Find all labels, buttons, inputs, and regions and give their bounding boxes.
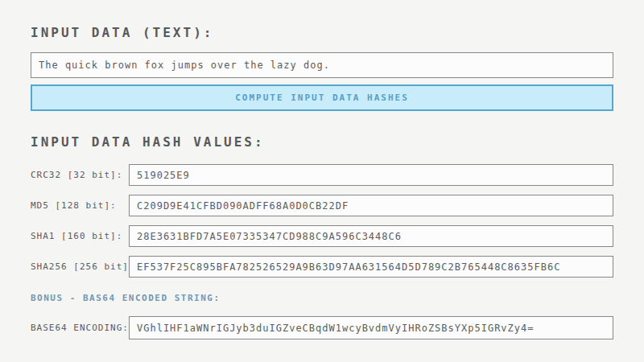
sha1-value: 28E3631BFD7A5E07335347CD988C9A596C3448C6	[137, 231, 402, 242]
sha256-value: EF537F25C895BFA782526529A9B63D97AA631564…	[137, 261, 560, 273]
hash-row-crc32: CRC32 [32 bit]: 519025E9	[31, 164, 613, 186]
md5-value: C209D9E41CFBD090ADFF68A0D0CB22DF	[137, 200, 349, 212]
crc32-value: 519025E9	[137, 170, 190, 181]
bonus-base64-title: BONUS - BAS64 ENCODED STRING:	[31, 293, 613, 303]
base64-row: BASE64 ENCODING: VGhlIHF1aWNrIGJyb3duIGZ…	[31, 316, 613, 339]
base64-value-field[interactable]: VGhlIHF1aWNrIGJyb3duIGZveCBqdW1wcyBvdmVy…	[129, 316, 613, 339]
input-data-field[interactable]: The quick brown fox jumps over the lazy …	[31, 52, 613, 78]
base64-value: VGhlIHF1aWNrIGJyb3duIGZveCBqdW1wcyBvdmVy…	[137, 323, 534, 334]
hash-row-md5: MD5 [128 bit]: C209D9E41CFBD090ADFF68A0D…	[31, 195, 613, 216]
sha1-label: SHA1 [160 bit]:	[31, 231, 129, 241]
base64-label: BASE64 ENCODING:	[31, 323, 129, 333]
sha256-label: SHA256 [256 bit]:	[31, 261, 129, 272]
compute-hashes-button[interactable]: COMPUTE INPUT DATA HASHES	[31, 84, 613, 111]
crc32-value-field[interactable]: 519025E9	[129, 164, 613, 186]
crc32-label: CRC32 [32 bit]:	[31, 170, 129, 180]
input-data-value: The quick brown fox jumps over the lazy …	[39, 60, 330, 71]
hash-row-sha256: SHA256 [256 bit]: EF537F25C895BFA7825265…	[31, 256, 613, 278]
hash-rows: CRC32 [32 bit]: 519025E9 MD5 [128 bit]: …	[31, 164, 613, 278]
sha256-value-field[interactable]: EF537F25C895BFA782526529A9B63D97AA631564…	[129, 256, 613, 278]
input-data-title: INPUT DATA (TEXT):	[31, 25, 613, 40]
md5-label: MD5 [128 bit]:	[31, 200, 129, 211]
hash-values-title: INPUT DATA HASH VALUES:	[31, 134, 613, 150]
sha1-value-field[interactable]: 28E3631BFD7A5E07335347CD988C9A596C3448C6	[129, 225, 613, 247]
md5-value-field[interactable]: C209D9E41CFBD090ADFF68A0D0CB22DF	[129, 195, 613, 216]
hash-row-sha1: SHA1 [160 bit]: 28E3631BFD7A5E07335347CD…	[31, 225, 613, 247]
